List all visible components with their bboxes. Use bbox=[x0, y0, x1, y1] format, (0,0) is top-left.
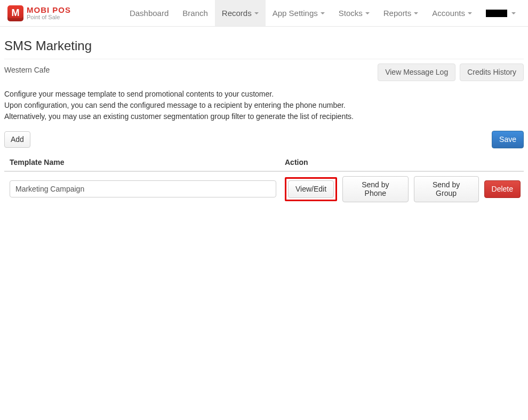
nav-label: Accounts bbox=[432, 9, 465, 18]
user-name-redacted bbox=[486, 10, 507, 17]
page-description: Configure your message template to send … bbox=[4, 89, 524, 122]
brand-title: MOBI POS bbox=[27, 6, 71, 14]
col-action: Action bbox=[279, 154, 524, 171]
view-message-log-button[interactable]: View Message Log bbox=[378, 64, 455, 81]
nav-app-settings[interactable]: App Settings bbox=[266, 0, 332, 26]
nav-label: Records bbox=[222, 9, 252, 18]
delete-button[interactable]: Delete bbox=[484, 180, 521, 198]
brand-logo-icon: M bbox=[7, 5, 23, 21]
save-button[interactable]: Save bbox=[492, 131, 524, 148]
nav-dashboard[interactable]: Dashboard bbox=[123, 0, 175, 26]
nav-label: App Settings bbox=[273, 9, 318, 18]
desc-line: Upon configuration, you can send the con… bbox=[4, 100, 524, 111]
nav-accounts[interactable]: Accounts bbox=[425, 0, 479, 26]
nav-label: Dashboard bbox=[130, 9, 169, 18]
divider bbox=[4, 59, 524, 59]
brand-subtitle: Point of Sale bbox=[27, 14, 71, 20]
col-template-name: Template Name bbox=[4, 154, 279, 171]
templates-table: Template Name Action View/Edit Send by P… bbox=[4, 154, 524, 207]
branch-subtitle: Western Cafe bbox=[4, 64, 50, 74]
brand-text: MOBI POS Point of Sale bbox=[27, 6, 71, 20]
nav-label: Stocks bbox=[339, 9, 363, 18]
template-name-input[interactable] bbox=[10, 180, 276, 197]
chevron-down-icon bbox=[321, 12, 325, 14]
nav-branch[interactable]: Branch bbox=[175, 0, 215, 26]
add-button[interactable]: Add bbox=[4, 131, 30, 148]
nav-stocks[interactable]: Stocks bbox=[332, 0, 377, 26]
chevron-down-icon bbox=[511, 12, 516, 14]
nav-label: Branch bbox=[182, 9, 208, 18]
table-row: View/Edit Send by Phone Send by Group De… bbox=[4, 171, 524, 207]
chevron-down-icon bbox=[414, 12, 418, 14]
nav-records[interactable]: Records bbox=[215, 0, 266, 26]
page-title: SMS Marketing bbox=[4, 38, 524, 53]
nav-reports[interactable]: Reports bbox=[377, 0, 426, 26]
nav-list: Dashboard Branch Records App Settings St… bbox=[123, 0, 523, 26]
desc-line: Alternatively, you may use an existing c… bbox=[4, 111, 524, 122]
nav-label: Reports bbox=[383, 9, 412, 18]
chevron-down-icon bbox=[254, 12, 259, 14]
chevron-down-icon bbox=[468, 12, 472, 14]
view-edit-button[interactable]: View/Edit bbox=[288, 180, 334, 198]
brand[interactable]: M MOBI POS Point of Sale bbox=[4, 5, 74, 21]
nav-user-menu[interactable] bbox=[479, 0, 523, 26]
send-by-phone-button[interactable]: Send by Phone bbox=[342, 176, 409, 203]
desc-line: Configure your message template to send … bbox=[4, 89, 524, 100]
top-navbar: M MOBI POS Point of Sale Dashboard Branc… bbox=[0, 0, 528, 27]
send-by-group-button[interactable]: Send by Group bbox=[414, 176, 479, 203]
credits-history-button[interactable]: Credits History bbox=[460, 64, 524, 81]
highlight-annotation: View/Edit bbox=[285, 177, 337, 201]
chevron-down-icon bbox=[365, 12, 370, 14]
